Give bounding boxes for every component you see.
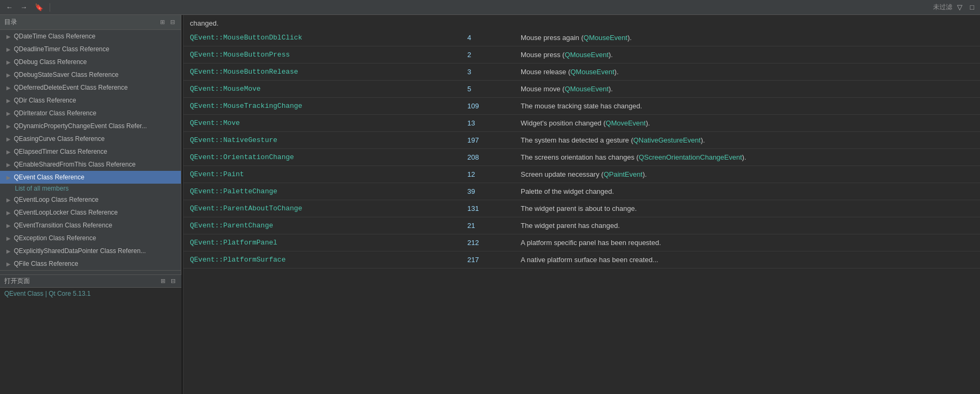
- sidebar-item-label-15: QEventTransition Class Reference: [14, 220, 112, 230]
- content-top-text: changed.: [184, 15, 980, 29]
- sidebar-item-5[interactable]: ▶QDir Class Reference: [0, 94, 181, 107]
- bookmark-button[interactable]: 🔖: [32, 2, 46, 12]
- row-value-0: 4: [461, 29, 514, 46]
- sidebar-item-arrow-14: ▶: [6, 209, 12, 217]
- row-desc-1: Mouse press (QMouseEvent).: [514, 46, 980, 64]
- table-row-12: QEvent::PlatformPanel212A platform speci…: [184, 234, 980, 251]
- table-row-5: QEvent::Move13Widget's position changed …: [184, 115, 980, 132]
- row-desc-7: The screens orientation has changes (QSc…: [514, 149, 980, 166]
- row-desc-link-6[interactable]: QNativeGestureEvent: [633, 136, 700, 144]
- sidebar-item-16[interactable]: ▶QException Class Reference: [0, 232, 181, 245]
- sidebar-item-9[interactable]: ▶QElapsedTimer Class Reference: [0, 145, 181, 158]
- sidebar-item-13[interactable]: ▶QEventLoop Class Reference: [0, 193, 181, 206]
- sidebar-expand-btn[interactable]: ⊞: [158, 18, 166, 26]
- filter-pin-btn[interactable]: □: [967, 2, 977, 12]
- row-name-13: QEvent::PlatformSurface: [184, 251, 461, 269]
- sidebar-item-arrow-10: ▶: [6, 161, 12, 169]
- sidebar-item-label-8: QEasingCurve Class Reference: [14, 134, 105, 144]
- row-value-7: 208: [461, 149, 514, 166]
- row-desc-link-1[interactable]: QMouseEvent: [564, 51, 608, 59]
- nav-back-button[interactable]: ←: [3, 2, 15, 12]
- sidebar-item-4[interactable]: ▶QDeferredDeleteEvent Class Reference: [0, 81, 181, 94]
- row-desc-0: Mouse press again (QMouseEvent).: [514, 29, 980, 46]
- sidebar-collapse-btn[interactable]: ⊟: [169, 18, 177, 26]
- sidebar-item-3[interactable]: ▶QDebugStateSaver Class Reference: [0, 68, 181, 81]
- row-desc-link-5[interactable]: QMoveEvent: [605, 119, 646, 127]
- sidebar-item-14[interactable]: ▶QEventLoopLocker Class Reference: [0, 206, 181, 219]
- row-desc-link-3[interactable]: QMouseEvent: [564, 85, 608, 93]
- sidebar-item-arrow-9: ▶: [6, 148, 12, 156]
- sidebar-item-arrow-18: ▶: [6, 260, 12, 268]
- row-value-10: 131: [461, 200, 514, 217]
- row-name-3: QEvent::MouseMove: [184, 81, 461, 98]
- sidebar-item-label-9: QElapsedTimer Class Reference: [14, 147, 107, 156]
- sidebar-item-arrow-11: ▶: [6, 174, 12, 182]
- table-row-1: QEvent::MouseButtonPress2Mouse press (QM…: [184, 46, 980, 64]
- row-desc-link-7[interactable]: QScreenOrientationChangeEvent: [639, 153, 742, 161]
- sidebar-item-label-7: QDynamicPropertyChangeEvent Class Refer.…: [14, 121, 147, 131]
- sidebar-item-7[interactable]: ▶QDynamicPropertyChangeEvent Class Refer…: [0, 120, 181, 132]
- sidebar-item-label-3: QDebugStateSaver Class Reference: [14, 70, 118, 80]
- sidebar-item-2[interactable]: ▶QDebug Class Reference: [0, 56, 181, 68]
- bottom-panel-header: 打开页面 ⊞ ⊟: [0, 275, 181, 288]
- sidebar-item-label-2: QDebug Class Reference: [14, 57, 87, 67]
- row-name-5: QEvent::Move: [184, 115, 461, 132]
- sidebar-item-6[interactable]: ▶QDirIterator Class Reference: [0, 107, 181, 120]
- sidebar-item-8[interactable]: ▶QEasingCurve Class Reference: [0, 132, 181, 145]
- sidebar-item-arrow-2: ▶: [6, 58, 12, 66]
- table-row-2: QEvent::MouseButtonRelease3Mouse release…: [184, 64, 980, 81]
- row-value-9: 39: [461, 183, 514, 200]
- row-value-1: 2: [461, 46, 514, 64]
- row-name-7: QEvent::OrientationChange: [184, 149, 461, 166]
- sidebar-scroll[interactable]: ▶QDateTime Class Reference▶QDeadlineTime…: [0, 30, 181, 270]
- sidebar-item-label-10: QEnableSharedFromThis Class Reference: [14, 160, 136, 169]
- sidebar-item-11[interactable]: ▶QEvent Class Reference: [0, 171, 181, 184]
- sidebar-item-10[interactable]: ▶QEnableSharedFromThis Class Reference: [0, 158, 181, 171]
- filter-label: 未过滤: [933, 3, 952, 12]
- sidebar-item-17[interactable]: ▶QExplicitlySharedDataPointer Class Refe…: [0, 245, 181, 257]
- nav-forward-button[interactable]: →: [18, 2, 30, 12]
- row-desc-12: A platform specific panel has been reque…: [514, 234, 980, 251]
- table-row-9: QEvent::PaletteChange39Palette of the wi…: [184, 183, 980, 200]
- sidebar-item-label-16: QException Class Reference: [14, 233, 96, 243]
- row-value-4: 109: [461, 98, 514, 115]
- sidebar-item-arrow-8: ▶: [6, 135, 12, 143]
- filter-expand-btn[interactable]: ▽: [954, 2, 965, 12]
- bottom-panel-collapse-btn[interactable]: ⊟: [169, 277, 177, 285]
- row-desc-link-8[interactable]: QPaintEvent: [603, 170, 642, 178]
- sidebar-item-1[interactable]: ▶QDeadlineTimer Class Reference: [0, 43, 181, 56]
- sidebar-item-label-0: QDateTime Class Reference: [14, 31, 95, 41]
- row-name-11: QEvent::ParentChange: [184, 217, 461, 234]
- sidebar-title: 目录: [4, 18, 17, 27]
- sidebar-item-label-13: QEventLoop Class Reference: [14, 195, 99, 204]
- table-row-3: QEvent::MouseMove5Mouse move (QMouseEven…: [184, 81, 980, 98]
- main-content[interactable]: changed. QEvent::MouseButtonDblClick4Mou…: [184, 15, 980, 394]
- sidebar-subitem-12[interactable]: List of all members: [0, 184, 181, 193]
- toolbar: ← → 🔖 未过滤 ▽ □: [0, 0, 980, 15]
- row-desc-link-2[interactable]: QMouseEvent: [570, 68, 614, 76]
- row-desc-link-0[interactable]: QMouseEvent: [584, 34, 627, 42]
- bottom-panel-link[interactable]: QEvent Class | Qt Core 5.13.1: [4, 290, 91, 297]
- row-value-2: 3: [461, 64, 514, 81]
- sidebar-item-15[interactable]: ▶QEventTransition Class Reference: [0, 219, 181, 232]
- row-name-8: QEvent::Paint: [184, 166, 461, 183]
- sidebar-item-18[interactable]: ▶QFile Class Reference: [0, 257, 181, 270]
- row-desc-3: Mouse move (QMouseEvent).: [514, 81, 980, 98]
- sidebar-item-arrow-0: ▶: [6, 33, 12, 41]
- bottom-panel-expand-btn[interactable]: ⊞: [159, 277, 167, 285]
- content-table: QEvent::MouseButtonDblClick4Mouse press …: [184, 29, 980, 269]
- row-desc-4: The mouse tracking state has changed.: [514, 98, 980, 115]
- row-name-9: QEvent::PaletteChange: [184, 183, 461, 200]
- sidebar-header: 目录 ⊞ ⊟: [0, 15, 181, 30]
- row-name-2: QEvent::MouseButtonRelease: [184, 64, 461, 81]
- row-desc-6: The system has detected a gesture (QNati…: [514, 132, 980, 149]
- row-value-11: 21: [461, 217, 514, 234]
- table-row-0: QEvent::MouseButtonDblClick4Mouse press …: [184, 29, 980, 46]
- row-name-12: QEvent::PlatformPanel: [184, 234, 461, 251]
- sidebar-item-arrow-7: ▶: [6, 122, 12, 130]
- sidebar-horizontal-scrollbar[interactable]: [0, 270, 181, 274]
- toolbar-sep-1: [50, 3, 50, 12]
- table-row-8: QEvent::Paint12Screen update necessary (…: [184, 166, 980, 183]
- sidebar-item-0[interactable]: ▶QDateTime Class Reference: [0, 30, 181, 43]
- row-value-3: 5: [461, 81, 514, 98]
